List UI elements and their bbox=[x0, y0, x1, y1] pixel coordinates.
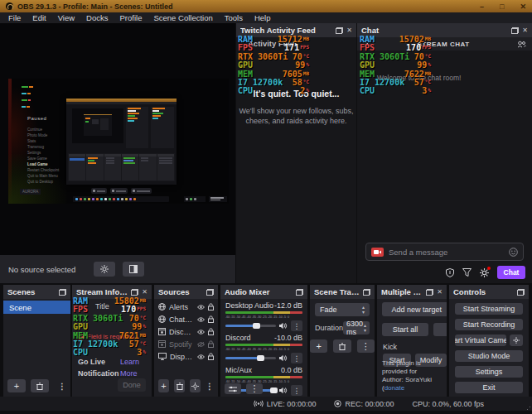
obs-window: OBS 29.1.3 - Profile: Main - Scenes: Unt… bbox=[0, 0, 532, 414]
source-row[interactable]: Chat Overlay bbox=[154, 313, 218, 325]
volume-slider[interactable] bbox=[225, 325, 276, 327]
donate-link[interactable]: donate bbox=[384, 384, 404, 392]
add-scene-button[interactable]: + bbox=[7, 379, 26, 392]
start-all-button[interactable]: Start all bbox=[382, 323, 428, 336]
dock-title: Scenes bbox=[7, 287, 56, 296]
speaker-icon[interactable] bbox=[279, 322, 288, 330]
scene-item-selected[interactable]: Scene bbox=[3, 301, 70, 314]
add-new-target-button[interactable]: Add new target bbox=[382, 302, 447, 316]
popout-icon[interactable] bbox=[511, 27, 519, 34]
titlebar: OBS 29.1.3 - Profile: Main - Scenes: Unt… bbox=[0, 0, 532, 12]
source-row-hidden[interactable]: Spotify bbox=[154, 338, 218, 350]
transition-select[interactable]: Fade ▴▾ bbox=[315, 303, 370, 316]
source-row[interactable]: Discord bbox=[154, 325, 218, 338]
advanced-audio-button[interactable] bbox=[225, 383, 241, 394]
virtual-camera-button[interactable]: Start Virtual Camera bbox=[455, 335, 506, 346]
close-icon[interactable]: ✕ bbox=[437, 289, 443, 296]
volume-slider[interactable] bbox=[225, 357, 276, 359]
menu-view[interactable]: View bbox=[52, 13, 80, 22]
controls-dock: Controls Start Streaming Start Recording… bbox=[449, 285, 529, 397]
resize-grip[interactable] bbox=[525, 407, 530, 412]
popout-icon[interactable] bbox=[296, 289, 303, 296]
notification-label: Notification bbox=[78, 369, 119, 378]
menu-profile[interactable]: Profile bbox=[114, 13, 148, 22]
close-icon[interactable]: ✕ bbox=[142, 289, 148, 296]
popout-icon[interactable] bbox=[131, 289, 138, 296]
eye-icon[interactable] bbox=[197, 354, 205, 359]
eye-slash-icon[interactable] bbox=[197, 342, 205, 347]
channel-menu-button[interactable]: ⋮ bbox=[291, 320, 302, 331]
popout-icon[interactable] bbox=[517, 289, 525, 296]
source-row[interactable]: Alerts bbox=[154, 301, 218, 313]
taskbar bbox=[73, 196, 169, 202]
lock-icon[interactable] bbox=[208, 353, 214, 360]
learn-link[interactable]: Learn bbox=[120, 358, 139, 366]
eye-icon[interactable] bbox=[197, 317, 205, 322]
minimize-button[interactable]: – bbox=[480, 2, 484, 11]
settings-button[interactable]: Settings bbox=[455, 366, 523, 378]
select-arrows-icon: ▴▾ bbox=[362, 305, 365, 315]
more-link[interactable]: More bbox=[120, 369, 138, 378]
source-properties-button[interactable] bbox=[94, 262, 115, 277]
start-recording-button[interactable]: Start Recording bbox=[455, 319, 523, 330]
stream-together-icon[interactable] bbox=[371, 248, 384, 257]
virtual-camera-config-button[interactable] bbox=[510, 335, 523, 346]
menu-file[interactable]: File bbox=[2, 13, 27, 22]
close-button[interactable]: ✕ bbox=[520, 2, 526, 11]
channel-name: Desktop Audio bbox=[225, 301, 273, 310]
menu-tools[interactable]: Tools bbox=[219, 13, 249, 22]
lock-icon[interactable] bbox=[208, 303, 214, 310]
source-row[interactable]: Display Capture bbox=[154, 350, 218, 363]
remove-scene-button[interactable] bbox=[31, 379, 49, 392]
popout-icon[interactable] bbox=[426, 289, 433, 296]
lock-icon[interactable] bbox=[208, 340, 214, 348]
lock-icon[interactable] bbox=[208, 328, 214, 335]
empty-line: cheers, and raids activity here. bbox=[236, 116, 356, 126]
source-properties-button[interactable] bbox=[190, 379, 201, 392]
remove-transition-button[interactable] bbox=[333, 339, 351, 353]
menu-edit[interactable]: Edit bbox=[27, 13, 51, 22]
sources-menu-button[interactable]: ⋮ bbox=[206, 382, 214, 391]
close-icon[interactable]: ✕ bbox=[346, 27, 352, 34]
chat-send-button[interactable]: Chat bbox=[497, 266, 525, 279]
emote-icon[interactable] bbox=[509, 248, 518, 257]
stop-all-button[interactable] bbox=[433, 323, 447, 336]
menu-scene-collection[interactable]: Scene Collection bbox=[148, 13, 218, 22]
menu-help[interactable]: Help bbox=[249, 13, 277, 22]
chat-input-box[interactable] bbox=[365, 243, 524, 261]
popout-icon[interactable] bbox=[363, 289, 370, 296]
popout-icon[interactable] bbox=[336, 27, 343, 34]
taskbar-widgets bbox=[91, 188, 152, 194]
remove-source-button[interactable] bbox=[174, 379, 185, 392]
channel-menu-button[interactable]: ⋮ bbox=[291, 353, 302, 363]
popout-icon[interactable] bbox=[59, 289, 66, 296]
lock-icon[interactable] bbox=[208, 315, 214, 323]
maximize-button[interactable]: □ bbox=[500, 2, 504, 11]
eye-icon[interactable] bbox=[197, 305, 205, 310]
rec-status: REC: 00:00:00 bbox=[334, 400, 394, 408]
gear-icon bbox=[191, 383, 199, 390]
source-filters-button[interactable] bbox=[123, 262, 144, 277]
users-icon[interactable] bbox=[517, 41, 526, 48]
exit-button[interactable]: Exit bbox=[455, 382, 523, 393]
studio-mode-button[interactable]: Studio Mode bbox=[455, 350, 523, 362]
scenes-menu-button[interactable]: ⋮ bbox=[58, 382, 66, 391]
mixer-menu-button[interactable]: ⋮ bbox=[246, 383, 263, 394]
add-transition-button[interactable]: + bbox=[310, 339, 327, 353]
start-streaming-button[interactable]: Start Streaming bbox=[455, 303, 523, 315]
chat-settings-button[interactable] bbox=[480, 268, 489, 277]
speaker-icon[interactable] bbox=[279, 354, 288, 362]
shield-icon[interactable] bbox=[446, 268, 454, 277]
preview-canvas[interactable]: Paused Continue Photo Mode Stats Transmo… bbox=[0, 23, 235, 255]
done-button[interactable]: Done bbox=[118, 378, 146, 392]
duration-spinner[interactable]: 6300 ms ▴▾ bbox=[343, 321, 370, 335]
filter-icon[interactable] bbox=[462, 268, 472, 277]
add-source-button[interactable]: + bbox=[158, 379, 169, 392]
meter-ticks: -60 -55 -50 -45 -40 -35 -30 -25 -20 -15 … bbox=[225, 315, 297, 319]
menu-docks[interactable]: Docks bbox=[80, 13, 114, 22]
close-icon[interactable]: ✕ bbox=[522, 27, 528, 34]
popout-icon[interactable] bbox=[206, 289, 214, 296]
eye-icon[interactable] bbox=[197, 330, 205, 335]
transition-menu-button[interactable]: ⋮ bbox=[357, 339, 375, 353]
chat-message-input[interactable] bbox=[389, 248, 504, 257]
